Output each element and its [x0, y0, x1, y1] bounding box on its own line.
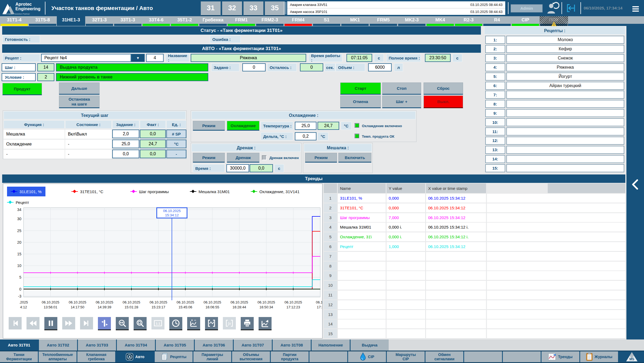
admin-user-button[interactable]: Admin — [511, 4, 543, 12]
value-table-name[interactable]: Рецепт — [338, 242, 386, 251]
stop-button[interactable]: Стоп — [382, 82, 421, 95]
current-step-setpoint-field[interactable]: 25,0 — [112, 140, 139, 148]
value-table-name[interactable] — [338, 329, 386, 338]
current-step-setpoint-field[interactable]: 0,0 — [112, 150, 139, 158]
bottom-tab-Авто 31Т08[interactable]: Авто 31Т08 — [273, 339, 311, 351]
alarm-row[interactable]: Авария клапана 33V51 03.10.2025 08:44:43 — [287, 1, 505, 8]
nav-Объемы[interactable]: Объемы вытеснения — [232, 351, 270, 362]
trend-chart[interactable]: 34302520151050-3.20254:1206.10.202513:56… — [3, 184, 322, 338]
value-table-name[interactable] — [338, 310, 386, 319]
value-table-name[interactable]: Мешалка 31М01 — [338, 223, 386, 232]
nav-Параметры[interactable]: Параметры линий — [193, 351, 231, 362]
area-button-35[interactable]: 35 — [265, 1, 285, 16]
recipe-combobox[interactable]: Рецепт №4 — [41, 54, 131, 62]
delta-field[interactable]: 0,2 — [295, 132, 316, 140]
value-table-name[interactable] — [338, 281, 386, 290]
value-table-header[interactable]: Y value — [387, 183, 425, 193]
area-button-32[interactable]: 32 — [222, 1, 242, 16]
collapse-panel-chevron[interactable] — [630, 179, 640, 190]
volume-field[interactable]: 6000 — [368, 63, 392, 71]
plant-tab-31НЕ1-3[interactable]: 31НЕ1-3 — [57, 16, 85, 26]
plant-tab-31Т1-4[interactable]: 31Т1-4 — [0, 16, 28, 26]
plant-tab-MK1[interactable]: MK1 — [341, 16, 369, 26]
nav-Маршруты[interactable]: Маршруты CIP — [387, 351, 425, 362]
plant-tab-R2-3[interactable]: R2-3 — [454, 16, 483, 26]
nav-CIP[interactable]: CIP — [348, 351, 386, 362]
bottom-tab-Авто 31Т07[interactable]: Авто 31Т07 — [234, 339, 272, 351]
user-switch-icon[interactable] — [545, 1, 559, 15]
plant-tab-S1[interactable]: S1 — [312, 16, 341, 26]
trend-toolbar-zoom-area-button[interactable] — [134, 317, 147, 330]
value-table-name[interactable] — [338, 252, 386, 261]
plant-tab-FRM2-3[interactable]: FRM2-3 — [256, 16, 284, 26]
temperature-set-field[interactable]: 25,0 — [295, 122, 316, 130]
bottom-tab-Авто 31Т06[interactable]: Авто 31Т06 — [195, 339, 233, 351]
nav-Обмен[interactable]: Обмен сигналами — [425, 351, 463, 362]
bottom-tab-Авто 31Т01[interactable]: Авто 31Т01 — [0, 339, 38, 351]
value-table-name[interactable] — [338, 291, 386, 299]
trend-toolbar-scale-y-button[interactable]: +− — [187, 317, 200, 330]
drain-mode-button[interactable]: Режим — [193, 153, 225, 163]
trend-toolbar-ruler-cursor-button[interactable] — [98, 317, 111, 330]
plant-tab-MK2-3[interactable]: MK2-3 — [398, 16, 426, 26]
value-table-name[interactable]: Шаг программы — [338, 213, 386, 222]
plant-tab-32Т1-3[interactable]: 32Т1-3 — [85, 16, 114, 26]
off-button[interactable]: Выкл. — [424, 95, 463, 108]
trend-toolbar-pause-button[interactable] — [44, 317, 57, 330]
nav-Партии[interactable]: Партии продукта — [271, 351, 309, 362]
start-button[interactable]: Старт — [340, 82, 381, 95]
plant-tab-ПОУ[interactable]: ПОУ! — [540, 16, 568, 26]
mixer-on-button[interactable]: Включить — [338, 153, 371, 163]
trend-toolbar-rewind-button[interactable] — [27, 317, 39, 329]
nav-Авто[interactable]: AАвто — [116, 351, 154, 362]
bottom-tab-Наполнение[interactable]: Наполнение — [312, 339, 350, 351]
stop-on-step-button[interactable]: Остановка на шаге — [59, 95, 100, 108]
bottom-tab-Авто 31Т05[interactable]: Авто 31Т05 — [156, 339, 194, 351]
cooling-on-button[interactable]: Охлаждение — [227, 121, 259, 131]
logout-icon[interactable] — [566, 4, 576, 13]
bottom-tab-Авто 31Т03[interactable]: Авто 31Т03 — [78, 339, 116, 351]
value-table-header[interactable]: X value or time stamp — [426, 183, 486, 193]
plant-tab-FRM4[interactable]: FRM4 — [284, 16, 312, 26]
value-table-name[interactable] — [338, 271, 386, 280]
plant-tab-35Т1-2[interactable]: 35Т1-2 — [170, 16, 199, 26]
step-plus-button[interactable]: Шаг + — [382, 95, 421, 108]
plant-tab-33Т1-3[interactable]: 33Т1-3 — [114, 16, 142, 26]
area-button-31[interactable]: 31 — [201, 1, 221, 16]
alarm-list[interactable]: Авария клапана 33V51 03.10.2025 08:44:43… — [287, 1, 505, 15]
plant-tab-FRM1[interactable]: FRM1 — [227, 16, 256, 26]
nav-Танки[interactable]: Танки Ферментации — [0, 351, 38, 362]
trend-toolbar-export-button[interactable] — [259, 317, 272, 330]
trend-toolbar-formula-button[interactable]: ∫x — [223, 317, 236, 329]
trend-toolbar-go-first-button[interactable] — [9, 317, 22, 329]
next-button[interactable]: Дальше — [59, 82, 100, 95]
current-step-setpoint-field[interactable]: 2,0 — [112, 130, 139, 138]
trend-toolbar-zoom-time-button[interactable] — [116, 317, 129, 330]
recipe-number-field[interactable]: 4 — [146, 54, 164, 62]
bottom-tab-Авто 31Т02[interactable]: Авто 31Т02 — [39, 339, 77, 351]
trend-toolbar-print-button[interactable] — [241, 317, 254, 330]
value-table-name[interactable] — [338, 319, 386, 328]
plant-tab-31Т5-8[interactable]: 31Т5-8 — [28, 16, 57, 26]
trend-toolbar-one-to-one-button[interactable]: 1:1 — [151, 317, 164, 329]
drain-on-button[interactable]: Дренаж — [227, 153, 259, 163]
cooling-mode-button[interactable]: Режим — [193, 121, 225, 131]
value-table-name[interactable]: 31TE101, °C — [338, 203, 386, 212]
bottom-tab-Выдача[interactable]: Выдача — [351, 339, 389, 351]
nav-Журналы[interactable]: Журналы — [580, 351, 618, 362]
value-table-name[interactable]: 31LE101, % — [338, 194, 386, 203]
product-button[interactable]: Продукт — [2, 83, 42, 95]
cancel-button[interactable]: Отмена — [340, 95, 381, 108]
plant-tab-R4[interactable]: R4 — [483, 16, 511, 26]
plant-tab-33Т4-6[interactable]: 33Т4-6 — [142, 16, 170, 26]
trend-toolbar-time-range-button[interactable] — [169, 317, 182, 330]
menu-hamburger-icon[interactable] — [632, 5, 639, 13]
trend-toolbar-forward-button[interactable] — [62, 317, 75, 329]
plant-tab-FRM5[interactable]: FRM5 — [369, 16, 398, 26]
nav-Рецепты[interactable]: Рецепты — [155, 351, 193, 362]
drain-on-checkbox[interactable] — [262, 155, 267, 160]
mixer-mode-button[interactable]: Режим — [305, 153, 337, 163]
drain-time-set-field[interactable]: 30000,0 — [226, 164, 249, 172]
plant-tab-Гребенка[interactable]: Гребенка — [199, 16, 227, 26]
nav-Клапанная[interactable]: Клапанная гребенка — [77, 351, 115, 362]
